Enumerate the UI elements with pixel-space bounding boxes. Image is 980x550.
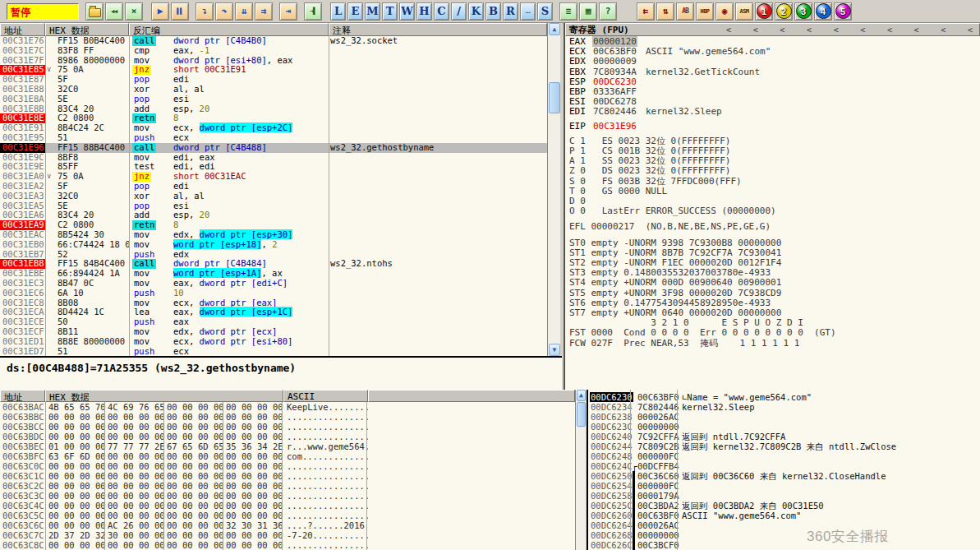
disasm-row[interactable]: 00C31E8A5Epopesi: [0, 95, 547, 104]
plugin-hbp-button[interactable]: HBP: [696, 2, 714, 21]
stack-row[interactable]: 00DC6254000000FC: [588, 481, 980, 491]
plugin-target-button[interactable]: ◉: [715, 2, 734, 21]
disasm-row[interactable]: 00C31E9E85FFtestedi, edi: [0, 162, 547, 172]
fcw-row[interactable]: FCW 027F Prec NEAR,53 掩码 1 1 1 1 1 1: [569, 339, 978, 349]
stack-row[interactable]: 00DC623C00000000: [588, 422, 980, 432]
collapse-caret-icon[interactable]: <: [780, 25, 784, 35]
animate-over-button[interactable]: ⇉: [255, 2, 273, 21]
scroll-up-icon[interactable]: ▲: [549, 23, 560, 35]
desktop-3-button[interactable]: 3: [794, 2, 812, 21]
animate-into-button[interactable]: ⇊: [235, 2, 253, 21]
fpu-register-row[interactable]: ST4 empty +UNORM 000D 00900640 00900001: [569, 278, 978, 288]
pause-button[interactable]: ▌▌: [171, 2, 189, 21]
disasm-row[interactable]: 00C31EA332C0xoral, al: [0, 192, 547, 201]
dump-row[interactable]: 00C63C4C00 00 00 0000 00 00 0000 00 00 0…: [0, 501, 575, 511]
dump-row[interactable]: 00C63BBC00 00 00 0000 00 00 0000 00 00 0…: [0, 412, 575, 422]
view-cpu-button[interactable]: C: [434, 2, 449, 21]
view-run-trace-button[interactable]: ...: [520, 2, 536, 21]
dump-row[interactable]: 00C63C1C00 00 00 0000 00 00 0000 00 00 0…: [0, 471, 575, 481]
memory-map-button[interactable]: ▦: [579, 2, 597, 21]
disasm-row[interactable]: 00C31ECA8D4424 1Cleaeax, dword ptr [esp+…: [0, 307, 547, 317]
close-button[interactable]: ×: [125, 2, 143, 21]
view-executables-button[interactable]: E: [347, 2, 363, 21]
stack-row[interactable]: 00DC623000C63BF0∟Name = "www.geme564.com…: [588, 392, 980, 402]
collapse-caret-icon[interactable]: <: [860, 25, 865, 35]
disassembly-scrollbar[interactable]: ▲ ▼: [547, 23, 560, 356]
collapse-caret-icon[interactable]: <: [834, 25, 839, 35]
stack-row[interactable]: 00DC624C┌00DCFFB4: [588, 461, 980, 471]
disasm-row[interactable]: 00C31EB066:C74424 18 02movword ptr [esp+…: [0, 240, 547, 250]
disasm-row[interactable]: 00C31ED18B8E 80000000movecx, dword ptr […: [0, 337, 547, 347]
dump-row[interactable]: 00C63C2C00 00 00 0000 00 00 0000 00 00 0…: [0, 481, 575, 491]
collapse-caret-icon[interactable]: <: [753, 25, 758, 35]
view-threads-button[interactable]: T: [382, 2, 398, 21]
plugin-asm-button[interactable]: ASM: [735, 2, 753, 21]
disasm-row[interactable]: 00C31EA683C4 20addesp, 20: [0, 210, 547, 220]
flag-row[interactable]: O 0 LastErr ERROR_SUCCESS (00000000): [569, 206, 978, 216]
dump-row[interactable]: 00C63C5C00 00 00 0000 00 00 0000 00 00 0…: [0, 511, 575, 520]
run-button[interactable]: ▶: [151, 2, 169, 21]
disasm-row[interactable]: 00C31EA0∨75 0Ajnzshort 00C31EAC: [0, 172, 547, 182]
view-call-stack-button[interactable]: K: [468, 2, 484, 21]
step-over-button[interactable]: ↷: [215, 2, 233, 21]
stack-row[interactable]: 00DC62580000179A: [588, 491, 980, 501]
stack-row[interactable]: 00DC62347C802446kernel32.Sleep: [588, 402, 980, 412]
execute-till-return-button[interactable]: ⇥: [279, 2, 297, 21]
disasm-row[interactable]: 00C31E8832C0xoral, al: [0, 85, 547, 95]
disasm-row[interactable]: 00C31E918B4C24 2Cmovecx, dword ptr [esp+…: [0, 123, 547, 133]
flag-row[interactable]: Z 0 DS 0023 32位 0(FFFFFFFF): [569, 166, 978, 176]
dump-row[interactable]: 00C63C7C2D 37 2D 3230 00 00 0000 00 00 0…: [0, 530, 575, 540]
scroll-down-icon[interactable]: ▼: [549, 344, 560, 356]
register-row[interactable]: EIP00C31E96: [569, 122, 978, 132]
disasm-row[interactable]: 00C31ED751pushecx: [0, 347, 547, 357]
view-handles-button[interactable]: H: [416, 2, 432, 21]
disasm-row[interactable]: 00C31E9551pushecx: [0, 133, 547, 143]
registers-collapse-carets[interactable]: <<<<<<<<<<: [726, 25, 973, 35]
disasm-row[interactable]: 00C31E8B83C4 20addesp, 20: [0, 104, 547, 114]
collapse-caret-icon[interactable]: <: [807, 25, 812, 35]
restart-button[interactable]: ◀◀: [105, 2, 123, 21]
register-row[interactable]: EBX7C80934Akernel32.GetTickCount: [569, 67, 978, 77]
stack-row[interactable]: 00DC6248000000FC: [588, 451, 980, 461]
dump-row[interactable]: 00C63BEC01 00 00 0077 77 77 2E67 65 6D 6…: [0, 441, 575, 451]
desktop-1-button[interactable]: 1: [755, 2, 773, 21]
desktop-5-button[interactable]: 5: [834, 2, 852, 21]
collapse-caret-icon[interactable]: <: [941, 25, 945, 35]
desktop-2-button[interactable]: 2: [775, 2, 793, 21]
view-windows-button[interactable]: W: [399, 2, 415, 21]
disasm-row[interactable]: 00C31E85∨75 0Ajnzshort 00C31E91: [0, 65, 547, 75]
desktop-4-button[interactable]: 4: [814, 2, 832, 21]
disasm-row[interactable]: 00C31EC38B47 0Cmoveax, dword ptr [edi+C]: [0, 279, 547, 289]
disasm-row[interactable]: 00C31EA25Fpopedi: [0, 182, 547, 192]
stack-row[interactable]: 00DC626000C63BF0ASCII "www.geme564.com": [588, 511, 980, 520]
go-to-button[interactable]: →▌: [304, 2, 322, 21]
view-breakpoints-button[interactable]: B: [485, 2, 501, 21]
register-row[interactable]: EDX00000009: [569, 57, 978, 67]
log-window-button[interactable]: ≡: [559, 2, 577, 21]
fst-row[interactable]: FST 0000 Cond 0 0 0 0 Err 0 0 0 0 0 0 0 …: [569, 328, 978, 338]
stack-row[interactable]: 00DC625000C36C60返回到 00C36C60 来自 kernel32…: [588, 471, 980, 481]
plugin-jump-swap-button[interactable]: ⇅: [656, 2, 674, 21]
disasm-row[interactable]: 00C31EA55Epopesi: [0, 201, 547, 211]
plugin-jump-back-button[interactable]: ⇇: [637, 2, 655, 21]
view-patches-button[interactable]: /: [451, 2, 467, 21]
help-button[interactable]: ?: [599, 2, 617, 21]
scrollbar-thumb[interactable]: [577, 402, 586, 427]
view-memory-button[interactable]: M: [365, 2, 380, 21]
dump-row[interactable]: 00C63C8C00 00 00 0000 00 00 0000 00 00 0…: [0, 540, 575, 550]
flag-row[interactable]: T 0 GS 0000 NULL: [569, 187, 978, 196]
dump-row[interactable]: 00C63BDC00 00 00 0000 00 00 0000 00 00 0…: [0, 432, 575, 441]
open-file-button[interactable]: [85, 2, 104, 21]
dump-row[interactable]: 00C63C0C00 00 00 0000 00 00 0000 00 00 0…: [0, 461, 575, 471]
collapse-caret-icon[interactable]: <: [968, 25, 973, 35]
flag-row[interactable]: S 0 FS 003B 32位 7FFDC000(FFF): [569, 177, 978, 187]
stack-row[interactable]: 00DC6238000026AC: [588, 412, 980, 422]
stack-row[interactable]: 00DC62407C92CFFA返回到 ntdll.7C92CFFA: [588, 432, 980, 441]
view-log-button[interactable]: L: [330, 2, 346, 21]
dump-row[interactable]: 00C63BCC00 00 00 0000 00 00 0000 00 00 0…: [0, 422, 575, 432]
collapse-caret-icon[interactable]: <: [914, 25, 919, 35]
disasm-row[interactable]: 00C31E76FF15 B0B4C400calldword ptr [C4B4…: [0, 36, 547, 46]
disasm-row[interactable]: 00C31E875Fpopedi: [0, 75, 547, 85]
dump-row[interactable]: 00C63C3C00 00 00 0000 00 00 0000 00 00 0…: [0, 491, 575, 501]
dump-row[interactable]: 00C63BFC63 6F 6D 0000 00 00 0000 00 00 0…: [0, 451, 575, 461]
